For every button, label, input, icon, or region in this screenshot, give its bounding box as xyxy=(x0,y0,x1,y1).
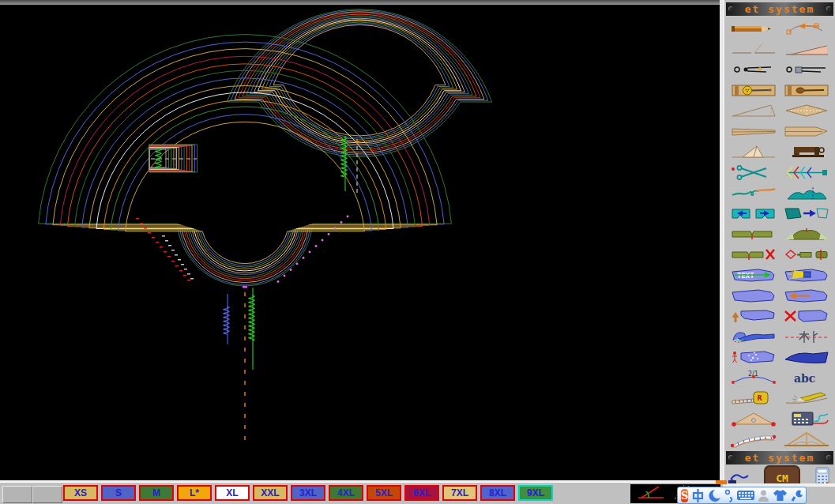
adjust-points-tool-icon xyxy=(783,20,830,37)
user-icon[interactable] xyxy=(758,489,769,502)
screw-icon xyxy=(728,6,733,11)
tool-notch-band-tool[interactable] xyxy=(727,224,780,243)
size-button-4XL[interactable]: 4XL xyxy=(329,485,363,501)
taper-band-tool-icon xyxy=(730,122,777,140)
tool-delete-notch-tool[interactable] xyxy=(727,245,780,264)
tool-abc-text-tool[interactable]: abc xyxy=(780,368,833,387)
tool-sewing-machine-tool[interactable] xyxy=(780,142,833,161)
spray-piece-tool-icon xyxy=(730,348,777,366)
tool-adjust-points-tool[interactable] xyxy=(780,19,833,38)
empty-size-slot[interactable] xyxy=(2,486,32,503)
thread-knot-tool-icon xyxy=(730,184,777,201)
compass-tool-icon xyxy=(730,61,777,78)
grading-mark xyxy=(296,263,299,265)
tool-fisheye-dart-tool[interactable] xyxy=(780,101,833,120)
angle-line-tool-icon xyxy=(730,40,777,58)
size-button-7XL[interactable]: 7XL xyxy=(442,485,477,501)
tool-dart-tool[interactable] xyxy=(727,101,780,120)
tool-panel: et system TEXT2/1abcR et system CM xyxy=(723,0,835,504)
stylus-tool-icon xyxy=(783,389,830,407)
tool-notch-curve-tool[interactable] xyxy=(780,183,833,202)
tool-fold-dart-tool[interactable] xyxy=(727,142,780,161)
screw-icon xyxy=(826,455,831,460)
tool-paint-piece-tool[interactable] xyxy=(780,265,833,284)
tool-thread-knot-tool[interactable] xyxy=(727,183,780,202)
tool-compass-box-tool[interactable] xyxy=(780,60,833,79)
halfmoon-icon[interactable] xyxy=(708,488,721,502)
move-piece-tool-icon xyxy=(783,205,830,222)
tool-text-piece-tool[interactable]: TEXT xyxy=(727,265,780,284)
size-button-XS[interactable]: XS xyxy=(63,485,98,501)
size-button-5XL[interactable]: 5XL xyxy=(367,485,401,501)
tool-band-button-tool[interactable] xyxy=(727,81,780,100)
tool-curve-piece-tool[interactable] xyxy=(780,348,833,367)
skin-tshirt-icon[interactable] xyxy=(773,489,788,502)
grading-mark xyxy=(165,240,168,242)
size-button-S[interactable]: S xyxy=(101,485,136,501)
frame-ruler-tool-icon xyxy=(783,431,830,448)
tool-angle-line-tool[interactable] xyxy=(727,39,780,58)
notch-tick xyxy=(243,286,247,288)
tool-lift-piece-tool[interactable] xyxy=(727,307,780,325)
grading-mark xyxy=(315,245,318,247)
tool-scissors-tool[interactable] xyxy=(727,163,780,182)
tool-triangle-ruler-tool[interactable] xyxy=(727,409,780,428)
pattern-piece-flounce[interactable] xyxy=(227,9,491,157)
delete-notch-tool-icon xyxy=(730,246,777,263)
tool-pleat-band-tool[interactable] xyxy=(780,122,833,141)
notch-mound-tool-icon xyxy=(783,225,830,243)
size-button-3XL[interactable]: 3XL xyxy=(291,485,325,501)
tool-frame-ruler-tool[interactable] xyxy=(780,430,833,449)
pattern-canvas[interactable] xyxy=(0,5,723,480)
empty-size-slot[interactable] xyxy=(32,486,62,503)
tool-seam-allowance-tool[interactable] xyxy=(780,163,833,182)
tool-smooth-angle-tool[interactable] xyxy=(780,39,833,58)
size-button-XL[interactable]: XL xyxy=(215,485,250,501)
tool-cut-piece-tool[interactable] xyxy=(780,307,833,325)
size-button-XXL[interactable]: XXL xyxy=(253,485,288,501)
screw-icon xyxy=(728,455,733,460)
pattern-symbol-tool-icon xyxy=(783,328,830,345)
tool-notch-mound-tool[interactable] xyxy=(780,224,833,243)
grading-mark xyxy=(309,251,311,254)
lift-piece-tool-icon xyxy=(730,307,777,325)
tool-move-left-piece-tool[interactable] xyxy=(780,286,833,305)
angle-measure-icon[interactable] xyxy=(637,484,665,503)
tool-proportion-measure-tool[interactable]: 2/1 xyxy=(727,368,780,387)
tool-compass-tool[interactable] xyxy=(727,60,780,79)
tool-band-awl-tool[interactable] xyxy=(780,81,833,100)
sogou-logo-icon[interactable]: S xyxy=(681,489,688,502)
tool-taper-band-tool[interactable] xyxy=(727,122,780,141)
keyboard-icon[interactable] xyxy=(737,490,754,501)
tool-wave-fold-tool[interactable] xyxy=(727,327,780,346)
chinese-mode-icon[interactable] xyxy=(691,488,705,503)
size-button-8XL[interactable]: 8XL xyxy=(480,485,515,501)
tool-move-piece-tool[interactable] xyxy=(780,204,833,223)
grading-mark xyxy=(171,261,175,262)
wrench-icon[interactable] xyxy=(791,489,804,502)
tape-measure-tool-icon: R xyxy=(730,389,777,407)
size-button-6XL[interactable]: 6XL xyxy=(404,485,439,501)
tool-grommet-tool[interactable] xyxy=(780,245,833,264)
grading-mark xyxy=(168,245,171,246)
tool-spray-piece-tool[interactable] xyxy=(727,348,780,367)
tool-calculator-tool[interactable] xyxy=(780,409,833,428)
tool-pattern-symbol-tool[interactable] xyxy=(780,327,833,346)
tool-tape-measure-tool[interactable]: R xyxy=(727,389,780,408)
grading-mark xyxy=(187,280,190,281)
grading-mark xyxy=(175,254,178,256)
size-button-M[interactable]: M xyxy=(139,485,174,501)
punctuation-icon[interactable] xyxy=(724,488,734,502)
tool-pencil-tool[interactable] xyxy=(727,19,780,38)
size-button-L*[interactable]: L* xyxy=(177,485,212,501)
smooth-angle-tool-icon xyxy=(783,40,830,58)
grading-mark xyxy=(167,256,171,258)
size-button-9XL[interactable]: 9XL xyxy=(518,485,553,501)
tool-plain-piece-tool[interactable] xyxy=(727,286,780,305)
tool-curve-ruler-tool[interactable] xyxy=(727,430,780,449)
tool-swap-pieces-tool[interactable] xyxy=(727,204,780,223)
fisheye-dart-tool-icon xyxy=(783,102,830,119)
svg-text:abc: abc xyxy=(794,372,815,385)
tool-stylus-tool[interactable] xyxy=(780,389,833,408)
grading-mark xyxy=(140,223,143,224)
